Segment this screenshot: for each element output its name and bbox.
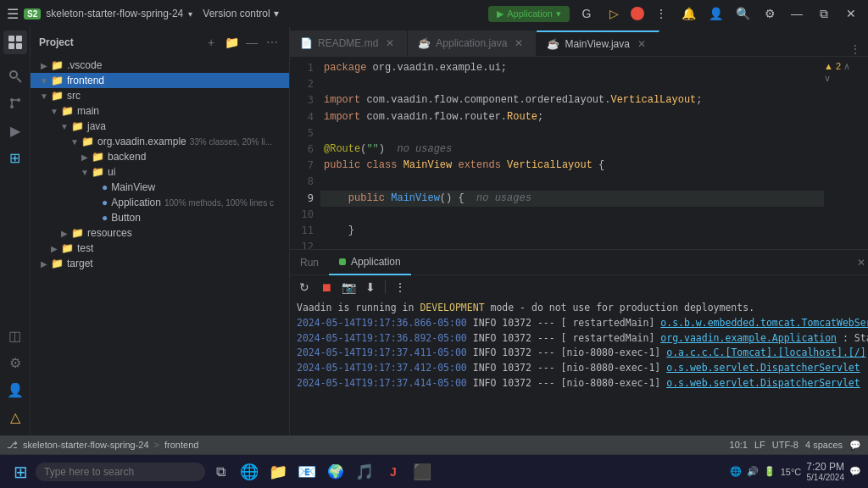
project-dropdown-arrow[interactable]: ▾ <box>188 9 192 19</box>
log-info-4: INFO 10372 --- [nio-8080-exec-1] <box>473 362 666 374</box>
tree-item-src[interactable]: ▼ 📁 src <box>31 88 289 103</box>
tabs-more-button[interactable]: ⋮ <box>843 42 868 56</box>
version-control-button[interactable]: Version control ▾ <box>198 6 283 21</box>
tab-mainview[interactable]: ☕ MainView.java ✕ <box>537 30 659 56</box>
restart-button[interactable]: ↻ <box>295 278 314 297</box>
status-encoding[interactable]: UTF-8 <box>772 440 798 450</box>
activity-warning-icon[interactable]: △ <box>3 405 27 429</box>
stop-button[interactable]: ⏹ <box>317 278 336 297</box>
new-folder-button[interactable]: 📁 <box>223 34 240 51</box>
log-info-1: INFO 10372 --- [ restartedMain] <box>473 317 661 329</box>
more-options-button[interactable]: ⋮ <box>651 3 671 24</box>
tree-label-main: main <box>77 105 99 117</box>
taskbar-terminal-icon[interactable]: ⬛ <box>409 458 436 485</box>
tree-item-frontend[interactable]: ▼ 📁 frontend <box>31 73 289 88</box>
timestamp-1: 2024-05-14T19:17:36.866-05:00 <box>297 317 467 329</box>
taskbar-browser-icon[interactable]: 🌐 <box>236 458 263 485</box>
scroll-down-button[interactable]: ⬇ <box>361 278 380 297</box>
tree-item-main[interactable]: ▼ 📁 main <box>31 103 289 119</box>
taskbar-notification-icon[interactable]: 💬 <box>849 466 861 477</box>
activity-search-icon[interactable] <box>3 64 27 88</box>
tree-label-target: target <box>67 258 93 269</box>
svg-rect-2 <box>8 43 14 49</box>
global-search-button[interactable]: 🔍 <box>732 3 753 24</box>
app-running-indicator <box>339 258 346 265</box>
close-bottom-tab[interactable]: ✕ <box>854 256 868 269</box>
readme-file-icon: 📄 <box>300 37 313 49</box>
notifications-button[interactable]: 🔔 <box>678 3 698 24</box>
toolbar-separator <box>385 280 386 294</box>
tab-application[interactable]: ☕ Application.java ✕ <box>408 30 537 56</box>
tree-item-target[interactable]: ▶ 📁 target <box>31 256 289 271</box>
windows-start-button[interactable]: ⊞ <box>7 458 34 485</box>
close-application-tab[interactable]: ✕ <box>512 36 526 50</box>
dump-button[interactable]: 📷 <box>339 278 358 297</box>
restore-button[interactable]: ⧉ <box>814 3 834 24</box>
taskbar-jetbrains-icon[interactable]: J <box>380 458 407 485</box>
app-run-button[interactable]: ▶ Application ▾ <box>488 6 570 22</box>
activity-user-icon[interactable]: 👤 <box>3 378 27 402</box>
taskbar-chrome-icon[interactable]: 🌍 <box>322 458 349 485</box>
run-app-icon: ▶ <box>497 8 504 19</box>
status-folder: frontend <box>164 440 198 450</box>
close-button[interactable]: ✕ <box>841 3 861 24</box>
plugin-icon-button[interactable]: ▷ <box>604 3 624 24</box>
taskbar-explorer-icon[interactable]: 📁 <box>264 458 292 485</box>
minimize-button[interactable]: — <box>787 3 807 24</box>
tree-item-button[interactable]: ▶ ● Button <box>31 210 289 225</box>
svg-point-4 <box>10 71 17 78</box>
new-file-button[interactable]: + <box>203 34 220 51</box>
tree-item-ui[interactable]: ▼ 📁 ui <box>31 164 289 180</box>
taskbar-mail-icon[interactable]: 📧 <box>293 458 320 485</box>
status-position[interactable]: 10:1 <box>730 440 748 450</box>
taskbar-clock[interactable]: 7:20 PM 5/14/2024 <box>806 461 844 482</box>
tree-label-application: Application <box>111 197 161 208</box>
collapse-all-button[interactable]: — <box>243 34 260 51</box>
bottom-tab-run[interactable]: Run <box>290 250 329 275</box>
activity-git-icon[interactable] <box>3 92 27 115</box>
activity-extensions-icon[interactable]: ⊞ <box>3 146 27 169</box>
code-editor[interactable]: 1 2 3 4 5 6 7 8 9 10 11 12 13 14 package… <box>290 57 868 249</box>
console-output: Vaadin is running in DEVELOPMENT mode - … <box>290 299 868 435</box>
tree-item-backend[interactable]: ▶ 📁 backend <box>31 149 289 164</box>
activity-db-icon[interactable]: ◫ <box>3 324 27 347</box>
tree-item-test[interactable]: ▶ 📁 test <box>31 241 289 256</box>
editor-scrollbar[interactable] <box>858 57 868 249</box>
tree-item-application[interactable]: ▶ ● Application 100% methods, 100% lines… <box>31 195 289 210</box>
tree-item-org-vaadin[interactable]: ▼ 📁 org.vaadin.example 33% classes, 20% … <box>31 134 289 149</box>
code-line-8 <box>320 174 824 190</box>
log-msg-2: : Started Application in 8.866 seconds <box>843 332 868 344</box>
close-mainview-tab[interactable]: ✕ <box>635 37 648 51</box>
warning-badge-line1[interactable]: ▲ 2 ∧ ∨ <box>824 60 858 76</box>
taskbar-widgets-button[interactable]: ⧉ <box>207 458 234 485</box>
tree-item-resources[interactable]: ▶ 📁 resources <box>31 225 289 241</box>
git-plugin-button[interactable]: G <box>576 3 597 24</box>
bottom-tab-application[interactable]: Application <box>329 250 411 275</box>
tab-application-label: Application.java <box>436 37 507 49</box>
settings-button[interactable]: ⚙ <box>760 3 780 24</box>
status-feedback-icon: 💬 <box>849 440 861 451</box>
tab-readme-label: README.md <box>318 37 378 49</box>
tree-item-java[interactable]: ▼ 📁 java <box>31 119 289 134</box>
more-actions-button[interactable]: ⋮ <box>391 278 409 297</box>
account-button[interactable]: 👤 <box>705 3 726 24</box>
activity-settings-icon[interactable]: ⚙ <box>3 351 27 374</box>
code-line-7: public class MainView extends VerticalLa… <box>320 158 824 174</box>
taskbar-search-input[interactable] <box>36 463 205 481</box>
tree-badge-application: 100% methods, 100% lines c <box>164 198 274 208</box>
taskbar-music-icon[interactable]: 🎵 <box>351 458 378 485</box>
hamburger-icon[interactable]: ☰ <box>7 6 19 22</box>
status-branch[interactable]: skeleton-starter-flow-spring-24 <box>23 440 149 450</box>
activity-project-icon[interactable] <box>3 30 27 54</box>
tree-item-vscode[interactable]: ▶ 📁 .vscode <box>31 58 289 73</box>
tree-item-mainview[interactable]: ▶ ● MainView <box>31 180 289 195</box>
close-readme-tab[interactable]: ✕ <box>383 36 397 50</box>
record-button[interactable] <box>631 7 644 20</box>
code-line-12 <box>320 239 824 249</box>
more-tree-button[interactable]: ⋯ <box>264 34 281 51</box>
status-line-ending[interactable]: LF <box>754 440 765 450</box>
activity-run-icon[interactable]: ▶ <box>3 119 27 142</box>
tab-readme[interactable]: 📄 README.md ✕ <box>290 30 408 56</box>
code-content[interactable]: package org.vaadin.example.ui; import co… <box>320 57 824 249</box>
status-indent[interactable]: 4 spaces <box>805 440 843 450</box>
